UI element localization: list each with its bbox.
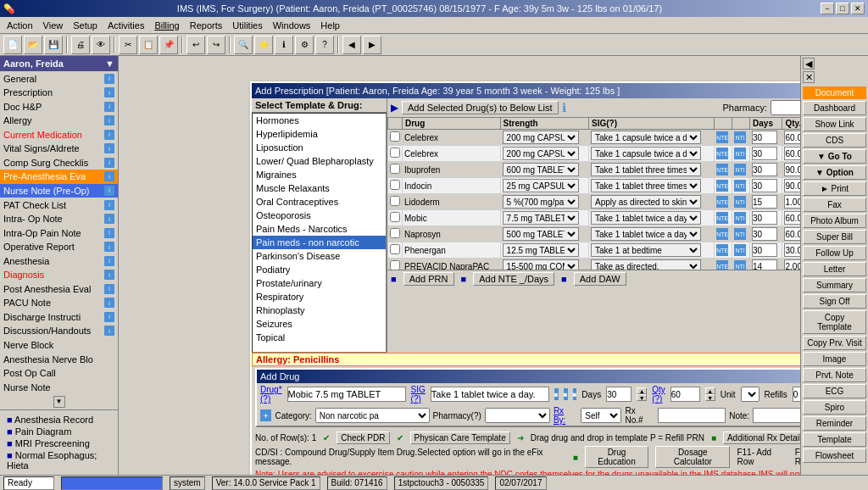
maximize-button[interactable]: □ bbox=[836, 3, 849, 14]
drug-table-container[interactable]: Drug Strength SIG(?) Days Qty. Refill bbox=[387, 117, 800, 270]
strength-select-2[interactable]: 600 mg TABLET bbox=[503, 163, 579, 176]
toolbar-back[interactable]: ◀ bbox=[342, 36, 361, 54]
sig-select-4[interactable]: Apply as directed to skin. Do not l bbox=[591, 195, 701, 209]
right-btn-reminder[interactable]: Reminder bbox=[803, 416, 866, 431]
nav-current-medication[interactable]: Current Medication i bbox=[0, 128, 118, 142]
days-spinner[interactable]: ▲▼ bbox=[637, 387, 647, 401]
strength-select-4[interactable]: 5 %(700 mg/patch) A bbox=[503, 195, 579, 209]
template-item-hormones[interactable]: Hormones bbox=[253, 114, 386, 127]
rx-no-input[interactable] bbox=[658, 408, 726, 423]
menu-reports[interactable]: Reports bbox=[185, 19, 228, 32]
right-btn-summary[interactable]: Summary bbox=[803, 278, 866, 292]
sig-select-1[interactable]: Take 1 capsule twice a day. bbox=[591, 147, 701, 160]
nte-btn-7[interactable]: NTE bbox=[716, 244, 728, 256]
toolbar-help[interactable]: ? bbox=[315, 36, 334, 54]
strength-select-0[interactable]: 200 mg CAPSULE bbox=[503, 131, 579, 144]
qty-cell-4[interactable] bbox=[784, 195, 800, 209]
nte-btn-1[interactable]: NTE bbox=[716, 148, 728, 159]
right-btn-copy-prv[interactable]: Copy Prv. Visit bbox=[803, 336, 866, 350]
category-select[interactable]: Non narcotic pa bbox=[315, 408, 430, 423]
add-daw-button[interactable]: Add DAW bbox=[574, 272, 626, 286]
note-input[interactable] bbox=[753, 408, 800, 423]
days-cell-8[interactable] bbox=[752, 259, 777, 270]
nav-general[interactable]: General i bbox=[0, 71, 118, 86]
nav-post-op-call[interactable]: Post Op Call bbox=[0, 366, 118, 381]
drug-label[interactable]: Drug*(?) bbox=[260, 385, 282, 404]
right-btn-letter[interactable]: Letter bbox=[803, 262, 866, 276]
additional-rx-btn[interactable]: Additional Rx Detail bbox=[723, 432, 800, 444]
sig-select-8[interactable]: Take as directed. bbox=[591, 259, 701, 270]
qty-cell-6[interactable] bbox=[784, 227, 800, 241]
toolbar-redo[interactable]: ↪ bbox=[207, 36, 225, 54]
sig-input[interactable] bbox=[431, 387, 549, 402]
drug-checkbox-3[interactable] bbox=[390, 180, 400, 190]
toolbar-undo[interactable]: ↩ bbox=[186, 36, 205, 54]
rx-by-select[interactable]: Self bbox=[581, 408, 621, 423]
nte-btn-2[interactable]: NTE bbox=[716, 164, 728, 175]
template-item-lower-quad[interactable]: Lower/ Quad Blepharoplasty bbox=[253, 154, 386, 168]
drug-education-btn[interactable]: Drug Education bbox=[585, 446, 649, 468]
template-item-muscle-relaxants[interactable]: Muscle Relaxants bbox=[253, 181, 386, 195]
sig-select-6[interactable]: Take 1 tablet twice a day. bbox=[591, 227, 701, 241]
strength-select-3[interactable]: 25 mg CAPSULE bbox=[503, 179, 579, 192]
days-cell-2[interactable] bbox=[752, 163, 777, 176]
nav-pat-check[interactable]: PAT Check List i bbox=[0, 198, 118, 212]
nti-btn-4[interactable]: NTI bbox=[734, 196, 746, 208]
toolbar-star[interactable]: ⭐ bbox=[254, 36, 273, 54]
menu-setup[interactable]: Setup bbox=[68, 19, 103, 32]
drug-checkbox-7[interactable] bbox=[390, 244, 400, 254]
days-cell-1[interactable] bbox=[752, 147, 777, 160]
toolbar-copy[interactable]: 📋 bbox=[139, 36, 158, 54]
days-input[interactable] bbox=[606, 387, 632, 402]
toolbar-forward[interactable]: ▶ bbox=[363, 36, 381, 54]
days-cell-5[interactable] bbox=[752, 211, 777, 225]
nte-btn-0[interactable]: NTE bbox=[716, 131, 728, 143]
refills-input[interactable] bbox=[793, 387, 800, 402]
template-item-prostate[interactable]: Prostate/urinary bbox=[253, 276, 386, 290]
sig-select-3[interactable]: Take 1 tablet three times a day. bbox=[591, 179, 701, 192]
pharmacy-row-select[interactable] bbox=[485, 408, 550, 423]
check-pdr-btn[interactable]: Check PDR bbox=[337, 432, 389, 444]
nav-allergy[interactable]: Allergy i bbox=[0, 114, 118, 128]
drug-checkbox-1[interactable] bbox=[390, 148, 400, 158]
menu-view[interactable]: View bbox=[38, 19, 69, 32]
days-cell-4[interactable] bbox=[752, 195, 777, 209]
toolbar-info[interactable]: ℹ bbox=[275, 36, 293, 54]
rx-by-label[interactable]: Rx By: bbox=[554, 406, 577, 425]
nte-btn-5[interactable]: NTE bbox=[716, 212, 728, 224]
right-btn-flowsheet[interactable]: Flowsheet bbox=[803, 448, 866, 463]
nti-btn-5[interactable]: NTI bbox=[734, 212, 746, 224]
sig-select-5[interactable]: Take 1 tablet twice a day. bbox=[591, 211, 701, 225]
dosage-calc-btn[interactable]: Dosage Calculator bbox=[655, 446, 730, 468]
template-item-parkinsons[interactable]: Parkinson's Disease bbox=[253, 249, 386, 263]
drug-info-icon[interactable]: ℹ bbox=[562, 101, 566, 114]
nte-btn-8[interactable]: NTE bbox=[716, 260, 728, 270]
qty-cell-0[interactable] bbox=[784, 131, 800, 144]
menu-utilities[interactable]: Utilities bbox=[227, 19, 267, 32]
right-btn-fax[interactable]: Fax bbox=[803, 198, 866, 212]
sig-select-2[interactable]: Take 1 tablet three times a day. bbox=[591, 163, 701, 176]
days-cell-6[interactable] bbox=[752, 227, 777, 241]
template-item-hyperlipidemia[interactable]: Hyperlipidemia bbox=[253, 127, 386, 141]
nav-discharge[interactable]: Discharge Instructi i bbox=[0, 310, 118, 325]
template-item-oral-contraceptives[interactable]: Oral Contraceptives bbox=[253, 195, 386, 209]
add-selected-drugs-button[interactable]: Add Selected Drug(s) to Below List bbox=[402, 101, 559, 114]
qty-input[interactable] bbox=[670, 387, 700, 402]
nav-operative-report[interactable]: Operative Report i bbox=[0, 240, 118, 254]
nav-anesth-nerve[interactable]: Anesthesia Nerve Blo bbox=[0, 352, 118, 366]
days-cell-3[interactable] bbox=[752, 179, 777, 192]
nti-btn-7[interactable]: NTI bbox=[734, 244, 746, 256]
menu-activities[interactable]: Activities bbox=[103, 19, 149, 32]
bottom-mri[interactable]: ■ MRI Prescreening bbox=[3, 437, 114, 449]
add-row-btn[interactable]: + bbox=[260, 409, 271, 421]
nav-pacu-note[interactable]: PACU Note i bbox=[0, 296, 118, 310]
bottom-normal-esophagus[interactable]: ■ Normal Esophagus; Hieta bbox=[3, 449, 114, 471]
right-btn-ecg[interactable]: ECG bbox=[803, 384, 866, 398]
template-list[interactable]: Hormones Hyperlipidemia Liposuction Lowe… bbox=[252, 113, 387, 353]
nti-btn-3[interactable]: NTI bbox=[734, 180, 746, 192]
right-btn-dashboard[interactable]: Dashboard bbox=[803, 101, 866, 115]
bottom-pain-diagram[interactable]: ■ Pain Diagram bbox=[3, 426, 114, 437]
close-button[interactable]: ✕ bbox=[851, 3, 865, 14]
sig-select-7[interactable]: Take 1 at bedtime bbox=[591, 243, 701, 257]
nav-comp-surg[interactable]: Comp Surg Checklis i bbox=[0, 156, 118, 170]
